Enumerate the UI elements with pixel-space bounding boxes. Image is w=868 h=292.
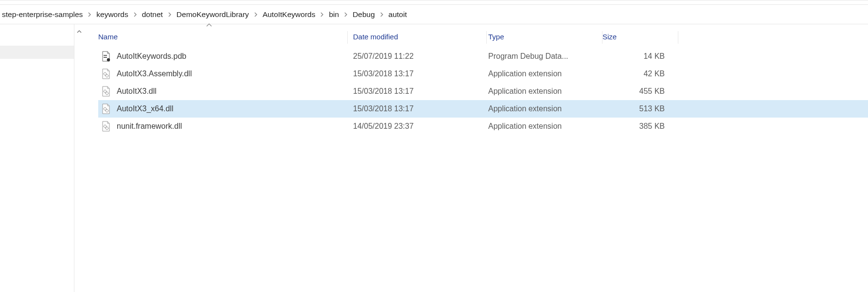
tree-selected-row[interactable]: [0, 46, 74, 59]
file-type-cell: Application extension: [482, 104, 597, 113]
file-list-pane: Name Date modified Type Size AutoItKeywo…: [84, 24, 868, 292]
column-divider[interactable]: [347, 31, 348, 44]
file-size-cell: 42 KB: [597, 69, 670, 78]
dll-file-icon: [101, 86, 111, 97]
chevron-right-icon[interactable]: [315, 12, 329, 17]
breadcrumb-segment[interactable]: AutoItKeywords: [263, 10, 316, 19]
chevron-right-icon[interactable]: [249, 12, 263, 17]
dll-file-icon: [101, 121, 111, 132]
window-top-border: [0, 0, 868, 5]
file-type-cell: Application extension: [482, 122, 597, 131]
file-name-cell[interactable]: nunit.framework.dll: [98, 121, 346, 132]
file-name-cell[interactable]: AutoItX3.Assembly.dll: [98, 69, 346, 79]
svg-rect-1: [104, 57, 107, 58]
file-size-cell: 385 KB: [597, 122, 670, 131]
file-row[interactable]: nunit.framework.dll14/05/2019 23:37Appli…: [98, 118, 868, 135]
pdb-file-icon: [101, 51, 111, 62]
dll-file-icon: [101, 69, 111, 79]
sort-indicator: [206, 23, 212, 27]
file-name-cell[interactable]: AutoItX3.dll: [98, 86, 346, 97]
file-type-cell: Application extension: [482, 69, 597, 78]
breadcrumb-segment[interactable]: dotnet: [142, 10, 163, 19]
navigation-pane: [0, 24, 84, 292]
file-row[interactable]: AutoItKeywords.pdb25/07/2019 11:22Progra…: [98, 48, 868, 65]
tree-scroll-up[interactable]: [74, 24, 84, 292]
column-header-date[interactable]: Date modified: [346, 33, 482, 41]
file-date-cell: 25/07/2019 11:22: [346, 52, 482, 61]
content-area: Name Date modified Type Size AutoItKeywo…: [0, 24, 868, 292]
file-date-cell: 15/03/2018 13:17: [346, 69, 482, 78]
column-divider[interactable]: [602, 31, 602, 44]
file-size-cell: 513 KB: [597, 104, 670, 113]
file-date-cell: 15/03/2018 13:17: [346, 87, 482, 96]
file-date-cell: 15/03/2018 13:17: [346, 104, 482, 113]
breadcrumb-segment[interactable]: Debug: [353, 10, 375, 19]
file-rows: AutoItKeywords.pdb25/07/2019 11:22Progra…: [98, 48, 868, 135]
file-name-label: AutoItKeywords.pdb: [117, 52, 186, 61]
tree-area[interactable]: [0, 24, 74, 292]
column-divider[interactable]: [678, 31, 678, 44]
chevron-right-icon[interactable]: [339, 12, 353, 17]
column-header-size[interactable]: Size: [597, 33, 670, 41]
file-name-label: nunit.framework.dll: [117, 122, 182, 131]
file-name-cell[interactable]: AutoItX3_x64.dll: [98, 103, 346, 114]
chevron-up-icon: [77, 29, 82, 34]
chevron-right-icon[interactable]: [163, 12, 177, 17]
breadcrumb-bar[interactable]: step-enterprise-sampleskeywordsdotnetDem…: [0, 5, 868, 24]
svg-rect-0: [104, 55, 107, 56]
column-header-type[interactable]: Type: [482, 33, 597, 41]
breadcrumb-segment[interactable]: DemoKeywordLibrary: [177, 10, 249, 19]
file-date-cell: 14/05/2019 23:37: [346, 122, 482, 131]
file-type-cell: Application extension: [482, 87, 597, 96]
svg-point-2: [107, 58, 110, 61]
file-name-label: AutoItX3.Assembly.dll: [117, 69, 192, 78]
file-type-cell: Program Debug Data...: [482, 52, 597, 61]
file-name-cell[interactable]: AutoItKeywords.pdb: [98, 51, 346, 62]
dll-file-icon: [101, 103, 111, 114]
file-size-cell: 455 KB: [597, 87, 670, 96]
file-row[interactable]: AutoItX3.Assembly.dll15/03/2018 13:17App…: [98, 65, 868, 83]
file-row[interactable]: AutoItX3.dll15/03/2018 13:17Application …: [98, 83, 868, 100]
breadcrumb-segment[interactable]: step-enterprise-samples: [2, 10, 83, 19]
chevron-right-icon[interactable]: [375, 12, 389, 17]
file-row[interactable]: AutoItX3_x64.dll15/03/2018 13:17Applicat…: [98, 100, 868, 118]
file-size-cell: 14 KB: [597, 52, 670, 61]
chevron-right-icon[interactable]: [83, 12, 96, 17]
chevron-up-icon: [206, 23, 212, 27]
file-name-label: AutoItX3.dll: [117, 87, 157, 96]
column-header-name[interactable]: Name: [98, 33, 346, 41]
breadcrumb-segment[interactable]: bin: [329, 10, 339, 19]
chevron-right-icon[interactable]: [128, 12, 142, 17]
column-divider[interactable]: [486, 31, 487, 44]
breadcrumb-segment[interactable]: autoit: [389, 10, 407, 19]
file-name-label: AutoItX3_x64.dll: [117, 104, 174, 113]
breadcrumb-segment[interactable]: keywords: [96, 10, 128, 19]
columns-header: Name Date modified Type Size: [98, 27, 868, 46]
